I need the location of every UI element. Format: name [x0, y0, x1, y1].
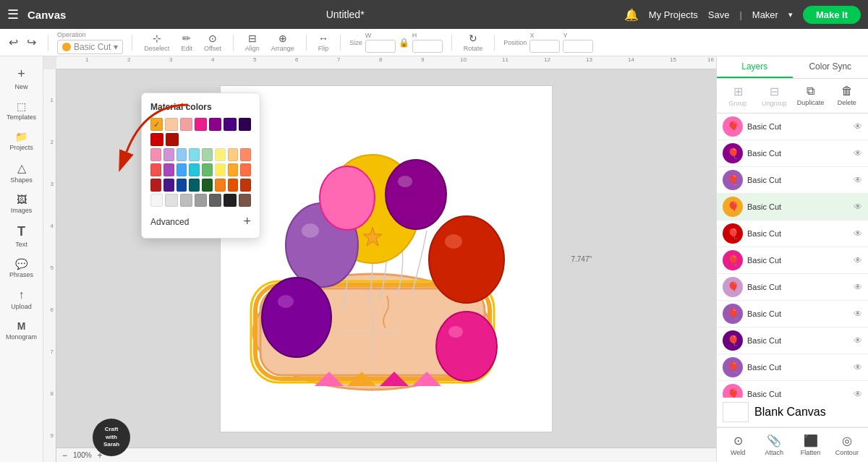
color-swatch[interactable] [150, 148, 161, 161]
color-swatch[interactable] [215, 163, 226, 176]
color-swatch[interactable] [176, 148, 187, 161]
pos-y-input[interactable] [563, 40, 593, 53]
offset-btn[interactable]: ⊙ Offset [201, 31, 224, 54]
size-w-input[interactable] [365, 40, 396, 53]
color-swatch[interactable] [150, 194, 163, 207]
layer-item[interactable]: 🎈 Basic Cut 👁 [717, 274, 868, 301]
color-swatch[interactable] [215, 148, 226, 161]
sidebar-item-upload[interactable]: ↑ Upload [2, 284, 41, 315]
color-swatch[interactable] [163, 179, 174, 192]
sidebar-item-text[interactable]: T Text [2, 220, 41, 252]
color-swatch[interactable] [165, 118, 177, 131]
color-swatch[interactable] [189, 148, 200, 161]
color-swatch[interactable] [215, 179, 226, 192]
undo-button[interactable]: ↩ [6, 34, 21, 51]
color-swatch[interactable] [209, 194, 221, 207]
layer-item[interactable]: 🎈 Basic Cut 👁 [717, 140, 868, 167]
color-swatch[interactable] [228, 179, 239, 192]
color-swatch[interactable] [239, 194, 251, 207]
flip-btn[interactable]: ↔ Flip [315, 31, 332, 54]
size-h-input[interactable] [412, 40, 443, 53]
edit-btn[interactable]: ✏ Edit [178, 31, 195, 54]
color-swatch[interactable] [150, 163, 161, 176]
sidebar-item-templates[interactable]: ⬚ Templates [2, 96, 41, 125]
layer-item[interactable]: 🎈 Basic Cut 👁 [717, 381, 868, 398]
layer-visibility-icon[interactable]: 👁 [854, 335, 862, 346]
color-swatch[interactable] [224, 118, 236, 131]
layer-visibility-icon[interactable]: 👁 [854, 202, 862, 212]
color-swatch[interactable] [240, 163, 251, 176]
weld-button[interactable]: ⊙ Weld [720, 431, 756, 459]
make-it-button[interactable]: Make It [803, 6, 861, 24]
color-swatch[interactable] [176, 179, 187, 192]
canvas-area[interactable]: 1 2 3 4 5 6 7 8 9 10 11 12 13 14 15 16 1 [43, 56, 716, 462]
operation-select[interactable]: Basic Cut ▾ [57, 40, 123, 54]
flatten-button[interactable]: ⬛ Flatten [793, 431, 829, 459]
color-swatch[interactable] [163, 163, 174, 176]
layer-visibility-icon[interactable]: 👁 [854, 228, 862, 239]
color-swatch[interactable] [202, 163, 213, 176]
color-swatch[interactable] [240, 148, 251, 161]
layer-visibility-icon[interactable]: 👁 [854, 309, 862, 319]
duplicate-action[interactable]: ⧉ Duplicate [793, 82, 829, 110]
arrange-btn[interactable]: ⊕ Arrange [268, 31, 297, 54]
color-swatch[interactable] [180, 194, 192, 207]
color-swatch[interactable] [166, 133, 179, 146]
align-btn[interactable]: ⊟ Align [242, 31, 263, 54]
layer-visibility-icon[interactable]: 👁 [854, 121, 862, 132]
delete-action[interactable]: 🗑 Delete [829, 82, 865, 110]
pos-x-input[interactable] [529, 40, 560, 53]
color-swatch[interactable] [202, 148, 213, 161]
layer-visibility-icon[interactable]: 👁 [854, 175, 862, 185]
color-swatch[interactable] [189, 163, 200, 176]
color-swatch[interactable] [209, 118, 221, 131]
layer-item[interactable]: 🎈 Basic Cut 👁 [717, 114, 868, 140]
color-swatch[interactable] [150, 118, 163, 131]
deselect-btn[interactable]: ⊹ Deselect [141, 31, 172, 54]
contour-button[interactable]: ◎ Contour [829, 431, 865, 459]
tab-color-sync[interactable]: Color Sync [793, 56, 869, 78]
redo-button[interactable]: ↪ [24, 34, 39, 51]
zoom-out-button[interactable]: − [62, 450, 67, 461]
group-action[interactable]: ⊞ Group [720, 82, 756, 110]
layer-item[interactable]: 🎈 Basic Cut 👁 [717, 354, 868, 381]
maker-chevron[interactable]: ▾ [788, 10, 793, 20]
color-swatch[interactable] [180, 118, 192, 131]
layer-visibility-icon[interactable]: 👁 [854, 282, 862, 292]
color-swatch[interactable] [189, 179, 200, 192]
color-swatch[interactable] [150, 133, 163, 146]
color-swatch[interactable] [163, 148, 174, 161]
color-swatch[interactable] [240, 179, 251, 192]
sidebar-item-phrases[interactable]: 💬 Phrases [2, 254, 41, 283]
bell-icon[interactable]: 🔔 [624, 8, 639, 22]
save-button[interactable]: Save [708, 9, 730, 20]
color-swatch[interactable] [224, 194, 236, 207]
rotate-btn[interactable]: ↻ Rotate [461, 31, 486, 54]
layer-item[interactable]: 🎈 Basic Cut 👁 [717, 301, 868, 328]
layer-visibility-icon[interactable]: 👁 [854, 389, 862, 398]
sidebar-item-images[interactable]: 🖼 Images [2, 189, 41, 218]
color-swatch[interactable] [228, 163, 239, 176]
layer-visibility-icon[interactable]: 👁 [854, 362, 862, 372]
sidebar-item-projects[interactable]: 📁 Projects [2, 127, 41, 155]
menu-icon[interactable]: ☰ [7, 7, 19, 22]
lock-icon[interactable]: 🔒 [399, 38, 409, 48]
color-swatch[interactable] [176, 163, 187, 176]
canvas-white[interactable]: 7.747" [220, 85, 553, 432]
color-swatch[interactable] [150, 179, 161, 192]
color-swatch[interactable] [195, 194, 207, 207]
sidebar-item-monogram[interactable]: M Monogram [2, 316, 41, 345]
my-projects-link[interactable]: My Projects [649, 9, 698, 20]
color-swatch[interactable] [195, 118, 207, 131]
color-swatch[interactable] [165, 194, 177, 207]
sidebar-item-shapes[interactable]: △ Shapes [2, 157, 41, 188]
layer-item[interactable]: 🎈 Basic Cut 👁 [717, 167, 868, 194]
layer-item[interactable]: 🎈 Basic Cut 👁 [717, 247, 868, 274]
layer-visibility-icon[interactable]: 👁 [854, 148, 862, 158]
maker-label[interactable]: Maker [752, 9, 778, 20]
tab-layers[interactable]: Layers [717, 56, 793, 78]
layer-visibility-icon[interactable]: 👁 [854, 255, 862, 265]
attach-button[interactable]: 📎 Attach [756, 431, 792, 459]
color-swatch[interactable] [202, 179, 213, 192]
sidebar-item-new[interactable]: + New [2, 62, 41, 95]
